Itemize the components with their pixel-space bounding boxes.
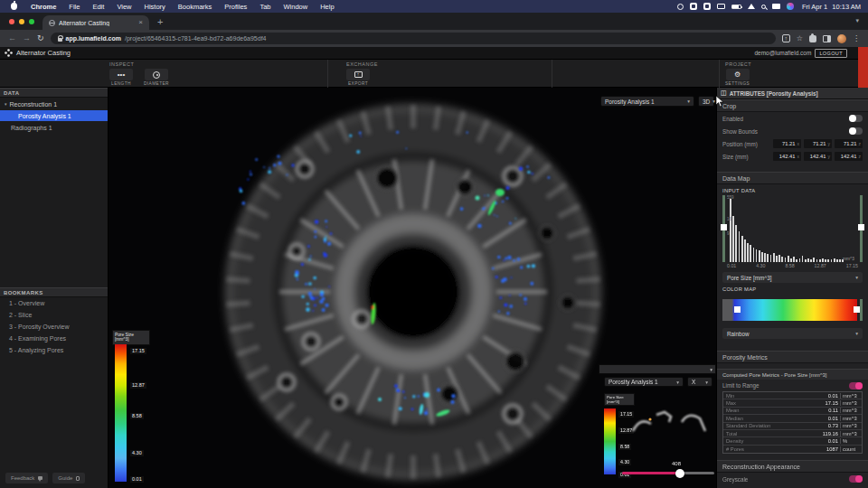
sidebar-item-radiographs[interactable]: Radiographs 1 xyxy=(0,122,108,133)
legend-title: Pore Size[mm^3] xyxy=(112,330,150,345)
logout-button[interactable]: LOGOUT xyxy=(815,49,847,58)
overlay-axis-select[interactable]: X ▾ xyxy=(687,377,712,387)
input-data-label: INPUT DATA xyxy=(717,184,868,195)
reload-button[interactable]: ↻ xyxy=(37,34,44,42)
colormap-select[interactable]: Rainbow ▾ xyxy=(722,328,863,339)
data-section-header[interactable]: DATA xyxy=(0,88,108,98)
computed-metrics-label: Computed Pore Metrics - Pore Size [mm^3] xyxy=(717,369,868,380)
lumafield-logo-icon xyxy=(5,49,13,57)
wifi-icon[interactable] xyxy=(748,4,755,9)
histogram-unit: mm^3 xyxy=(843,257,854,261)
chevron-down-icon: ▾ xyxy=(710,367,712,372)
profile-avatar[interactable] xyxy=(837,34,846,43)
inspect-group-label: INSPECT xyxy=(109,61,169,67)
forward-button[interactable]: → xyxy=(23,34,31,42)
limit-to-range-toggle[interactable] xyxy=(849,382,863,389)
feedback-button[interactable]: Feedback xyxy=(5,473,48,483)
histogram-right-handle[interactable] xyxy=(858,224,864,230)
histogram-right-track[interactable] xyxy=(860,195,863,262)
3d-viewport[interactable]: Porosity Analysis 1 ▾ 3D ▾ Pore Size[mm^… xyxy=(108,88,716,488)
menu-item-file[interactable]: File xyxy=(62,3,86,11)
histogram-left-track[interactable] xyxy=(722,195,725,262)
diameter-tool-button[interactable]: DIAMETER xyxy=(144,69,169,86)
overlay-collapse-bar[interactable]: ▾ xyxy=(599,364,716,374)
overlay-analysis-select[interactable]: Porosity Analysis 1 ▾ xyxy=(604,377,684,387)
menubar-clock[interactable]: Fri Apr 1 10:13 AM xyxy=(802,3,861,11)
menu-item-help[interactable]: Help xyxy=(314,3,340,11)
siri-icon[interactable] xyxy=(787,3,794,10)
record-icon[interactable] xyxy=(677,4,684,10)
apple-menu-icon[interactable] xyxy=(11,3,17,10)
back-button[interactable]: ← xyxy=(8,34,16,42)
browser-tab[interactable]: Alternator Casting × xyxy=(42,15,149,30)
bookmark-star-icon[interactable]: ☆ xyxy=(797,34,803,42)
export-button[interactable]: ↑ EXPORT xyxy=(346,69,370,86)
extensions-icon[interactable] xyxy=(809,35,816,42)
length-tool-button[interactable]: ••• LENGTH xyxy=(109,69,133,86)
spotlight-icon[interactable] xyxy=(761,5,766,9)
menu-item-bookmarks[interactable]: Bookmarks xyxy=(172,3,219,11)
app-status-icon[interactable] xyxy=(690,3,697,10)
crop-section-header[interactable]: Crop xyxy=(717,99,868,112)
menu-item-edit[interactable]: Edit xyxy=(86,3,110,11)
address-bar[interactable]: app.lumafield.com/project/65464315-c781-… xyxy=(51,33,776,44)
menu-item-chrome[interactable]: Chrome xyxy=(24,3,62,11)
tab-close-icon[interactable]: × xyxy=(138,19,143,26)
bookmark-item[interactable]: 1 - Overview xyxy=(0,297,108,309)
slice-slider-track[interactable] xyxy=(622,472,714,474)
bookmark-item[interactable]: 2 - Slice xyxy=(0,309,108,321)
minimize-window-button[interactable] xyxy=(19,19,24,24)
sidebar-item-reconstruction[interactable]: ▾ Reconstruction 1 xyxy=(0,99,108,109)
porosity-metrics-section-header[interactable]: Porosity Metrics xyxy=(717,351,868,363)
bookmark-item[interactable]: 4 - Examining Pores xyxy=(0,333,108,344)
bookmark-item[interactable]: 3 - Porosity Overview xyxy=(0,321,108,333)
menu-item-view[interactable]: View xyxy=(110,3,137,11)
sidebar-item-porosity-analysis[interactable]: Porosity Analysis 1 xyxy=(0,110,108,121)
bookmarks-section-header[interactable]: BOOKMARKS xyxy=(0,287,108,297)
camera-status-icon[interactable] xyxy=(703,3,711,10)
chevron-down-icon[interactable]: ▾ xyxy=(5,101,7,107)
colormap-left-handle[interactable] xyxy=(734,306,741,313)
tab-search-icon[interactable]: ▾ xyxy=(846,17,868,30)
size-x-field[interactable]: 142.41x xyxy=(773,152,801,161)
settings-button[interactable]: ⚙ SETTINGS xyxy=(725,69,750,86)
project-title: Alternator Casting xyxy=(16,49,71,57)
colormap-right-handle[interactable] xyxy=(854,306,860,313)
enabled-toggle[interactable] xyxy=(849,115,863,122)
show-bounds-toggle[interactable] xyxy=(849,127,863,135)
browser-toolbar: ← → ↻ app.lumafield.com/project/65464315… xyxy=(0,30,868,47)
greyscale-toggle[interactable] xyxy=(849,475,863,483)
menu-item-tab[interactable]: Tab xyxy=(253,3,277,11)
field-select[interactable]: Pore Size [mm^3] ▾ xyxy=(722,272,863,283)
close-window-button[interactable] xyxy=(9,19,14,24)
legend-tick: 12.87 xyxy=(130,382,146,389)
colormap-right-track[interactable] xyxy=(860,299,863,321)
slice-slider-handle[interactable] xyxy=(675,469,684,478)
guide-button[interactable]: Guide xyxy=(52,473,85,483)
tab-title: Alternator Casting xyxy=(59,20,109,26)
new-tab-button[interactable]: + xyxy=(157,17,163,26)
reconstruction-appearance-section-header[interactable]: Reconstruction Appearance xyxy=(717,460,868,473)
browser-menu-icon[interactable]: ⋮ xyxy=(853,34,860,42)
share-icon[interactable]: ↑ xyxy=(782,34,790,42)
mouse-cursor xyxy=(715,96,725,108)
menu-item-history[interactable]: History xyxy=(138,3,172,11)
size-z-field[interactable]: 142.41z xyxy=(835,152,863,161)
data-map-section-header[interactable]: Data Map xyxy=(717,172,868,184)
attributes-panel-header[interactable]: ◫ ATTRIBUTES [Porosity Analysis] xyxy=(717,88,868,99)
viewport-analysis-select[interactable]: Porosity Analysis 1 ▾ xyxy=(600,96,694,107)
size-y-field[interactable]: 142.41y xyxy=(804,152,832,161)
control-center-icon[interactable] xyxy=(772,4,780,9)
maximize-window-button[interactable] xyxy=(29,19,34,24)
viewport-mode-select[interactable]: 3D ▾ xyxy=(698,96,714,107)
battery-icon[interactable] xyxy=(731,5,741,9)
menu-item-window[interactable]: Window xyxy=(277,3,314,11)
side-panel-icon[interactable] xyxy=(823,35,831,42)
histogram-left-handle[interactable] xyxy=(721,224,727,230)
bookmark-item[interactable]: 5 - Analyzing Pores xyxy=(0,344,108,356)
position-x-field[interactable]: 71.21x xyxy=(773,139,801,148)
menu-item-profiles[interactable]: Profiles xyxy=(218,3,253,11)
display-icon[interactable] xyxy=(717,4,725,9)
position-y-field[interactable]: 71.21y xyxy=(804,139,832,148)
position-z-field[interactable]: 71.21z xyxy=(835,139,863,148)
